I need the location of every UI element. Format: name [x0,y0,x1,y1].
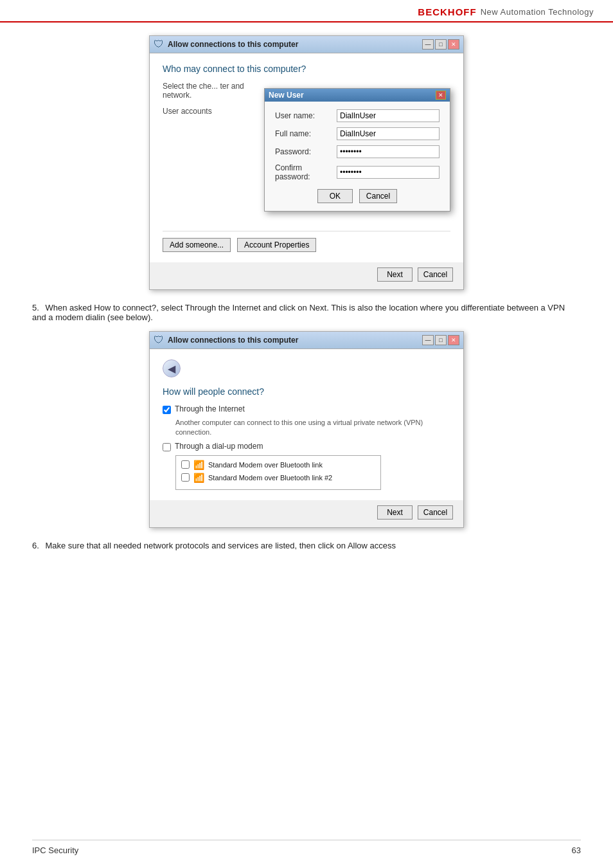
step5-container: 5. When asked How to connect?, select Th… [32,303,581,322]
dialog2-body: ◀ How will people connect? Through the I… [150,349,463,500]
dialog2-win-controls[interactable]: — □ ✕ [422,335,459,345]
dialog1-title-icon: 🛡 [154,39,164,50]
confirm-password-label: Confirm password: [275,163,337,181]
dialog1-bottom-buttons: Add someone... Account Properties [163,231,450,252]
dialog2-minimize-button[interactable]: — [422,335,434,345]
modem2-label: Standard Modem over Bluetooth link #2 [208,474,332,482]
new-user-buttons: OK Cancel [275,189,440,203]
dialog1-win-controls[interactable]: — □ ✕ [422,39,459,50]
account-properties-button[interactable]: Account Properties [237,238,316,252]
dialog2-nav-buttons: Next Cancel [150,500,463,527]
dialog2-titlebar: 🛡 Allow connections to this computer — □… [150,332,463,349]
step6-text: Make sure that all needed network protoc… [45,541,396,550]
dialog2-next-button[interactable]: Next [377,505,413,520]
step6-number: 6. [32,541,39,550]
username-label: User name: [275,111,337,120]
dialog1-content: Select the che... ter and network. User … [163,82,450,218]
dialup-checkbox[interactable] [163,443,171,451]
password-row: Password: [275,145,440,158]
dialog1-title-area: 🛡 Allow connections to this computer [154,39,298,50]
fullname-label: Full name: [275,129,337,138]
dialog1-section-title: Who may connect to this computer? [163,64,450,74]
internet-option-row: Through the Internet [163,404,450,414]
minimize-button[interactable]: — [422,39,434,50]
footer-left-text: IPC Security [32,845,78,855]
close-button[interactable]: ✕ [448,39,459,50]
password-label: Password: [275,147,337,156]
dialog1-wrapper: 🛡 Allow connections to this computer — □… [149,35,464,290]
modem1-icon: 📶 [193,460,204,470]
dialog2-section-title: How will people connect? [163,386,450,397]
add-someone-button[interactable]: Add someone... [163,238,231,252]
new-user-title: New User [269,91,304,100]
dialog1: 🛡 Allow connections to this computer — □… [149,35,464,290]
step5-number: 5. [32,303,39,312]
password-input[interactable] [337,145,440,158]
dialog2-title-text: Allow connections to this computer [168,336,298,345]
dialog1-cancel-button[interactable]: Cancel [418,267,453,282]
new-user-close-button[interactable]: ✕ [436,91,446,100]
dialog2-close-button[interactable]: ✕ [448,335,459,345]
dialog1-body: Who may connect to this computer? Select… [150,53,463,262]
new-user-titlebar: New User ✕ [265,89,450,102]
dialog1-nav-buttons: Next Cancel [150,262,463,289]
dialog2-cancel-button[interactable]: Cancel [418,505,453,520]
modem2-icon: 📶 [193,473,204,483]
dialog1-titlebar: 🛡 Allow connections to this computer — □… [150,36,463,53]
modem1-checkbox[interactable] [181,460,190,469]
page-footer: IPC Security 63 [32,840,581,855]
dialog2-title-icon: 🛡 [154,334,164,346]
main-content: 🛡 Allow connections to this computer — □… [0,23,613,563]
dialog2-title-area: 🛡 Allow connections to this computer [154,334,298,346]
dialog1-left-panel: Select the che... ter and network. User … [163,82,264,218]
brand-tagline: New Automation Technology [481,7,594,17]
modem2-checkbox[interactable] [181,473,190,482]
maximize-button[interactable]: □ [435,39,447,50]
modem1-label: Standard Modem over Bluetooth link [208,461,323,469]
dialog2-maximize-button[interactable]: □ [435,335,447,345]
internet-checkbox[interactable] [163,406,171,414]
dialup-option-label: Through a dial-up modem [175,442,263,451]
connect-options: Through the Internet Another computer ca… [163,404,450,490]
confirm-password-input[interactable] [337,166,440,179]
dialog2-nav-area: ◀ [163,359,450,377]
username-row: User name: [275,109,440,122]
new-user-ok-button[interactable]: OK [317,189,353,203]
page-header: BECKHOFF New Automation Technology [0,0,613,23]
username-input[interactable] [337,109,440,122]
brand-name: BECKHOFF [418,6,476,17]
dialog2-wrapper: 🛡 Allow connections to this computer — □… [149,331,464,528]
dialog1-left-label: Select the che... ter and network. [163,82,258,100]
dialog2: 🛡 Allow connections to this computer — □… [149,331,464,528]
fullname-row: Full name: [275,127,440,140]
dialog1-next-button[interactable]: Next [377,267,413,282]
modem-item-2: 📶 Standard Modem over Bluetooth link #2 [181,473,375,483]
new-user-dialog: New User ✕ User name: Full name: [264,88,450,212]
new-user-cancel-button[interactable]: Cancel [359,189,397,203]
dialog1-title-text: Allow connections to this computer [168,40,298,49]
step6-container: 6. Make sure that all needed network pro… [32,541,581,550]
internet-option-desc: Another computer can connect to this one… [175,418,450,438]
back-nav-icon[interactable]: ◀ [163,359,181,377]
confirm-password-row: Confirm password: [275,163,440,181]
dialog1-right-panel: New User ✕ User name: Full name: [264,82,450,218]
modem-list-box: 📶 Standard Modem over Bluetooth link 📶 S… [175,455,381,490]
step5-text: When asked How to connect?, select Throu… [32,303,565,322]
footer-page-number: 63 [572,845,581,855]
modem-item-1: 📶 Standard Modem over Bluetooth link [181,460,375,470]
user-accounts-label: User accounts [163,106,258,116]
new-user-body: User name: Full name: Password: [265,102,450,211]
dialup-option-row: Through a dial-up modem [163,442,450,451]
internet-option-label: Through the Internet [175,404,245,413]
fullname-input[interactable] [337,127,440,140]
